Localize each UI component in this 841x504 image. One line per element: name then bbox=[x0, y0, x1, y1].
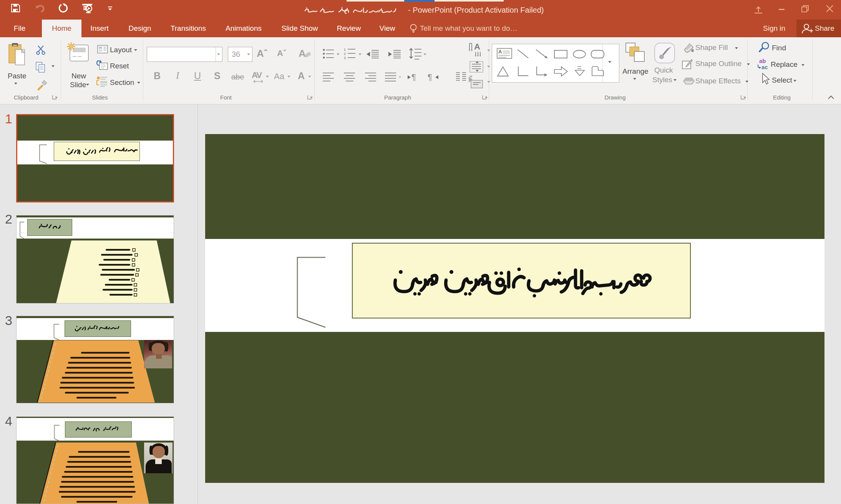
svg-text:¶: ¶ bbox=[411, 72, 416, 82]
svg-text:3: 3 bbox=[344, 56, 346, 60]
svg-text:ab: ab bbox=[759, 58, 766, 64]
svg-text:ac: ac bbox=[761, 64, 768, 70]
svg-text:A: A bbox=[474, 42, 480, 51]
svg-text:A: A bbox=[299, 48, 306, 59]
svg-text:A: A bbox=[498, 49, 502, 55]
svg-text:1: 1 bbox=[344, 48, 346, 51]
svg-text:¶: ¶ bbox=[428, 72, 432, 82]
svg-text:2: 2 bbox=[344, 52, 346, 56]
